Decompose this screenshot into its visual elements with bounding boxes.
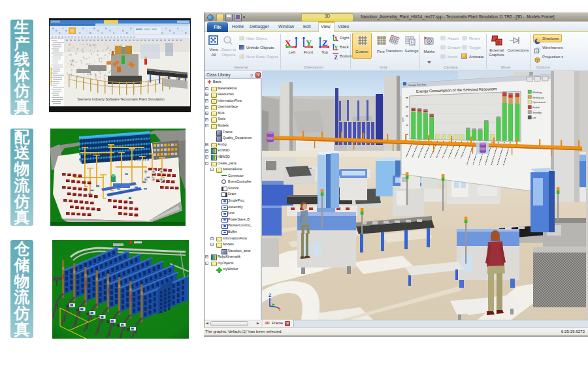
svg-text:Y: Y [335, 45, 338, 51]
svg-text:Siemens Industry Software Tecn: Siemens Industry Software Tecnomatix Pla… [77, 97, 165, 101]
svg-text:X: X [335, 36, 338, 42]
svg-text:Z: Z [269, 293, 272, 298]
svg-text:kWh: kWh [402, 117, 404, 122]
svg-text:Failed: Failed [532, 106, 539, 109]
svg-text:Operational: Operational [532, 101, 546, 104]
svg-text:Z: Z [322, 38, 328, 48]
svg-text:Gauge Pro Res: Gauge Pro Res [408, 83, 427, 87]
svg-text:X: X [285, 38, 291, 48]
svg-text:Z: Z [335, 55, 338, 61]
svg-text:Setting-up: Setting-up [532, 97, 544, 99]
svg-text:Standby: Standby [532, 112, 542, 114]
svg-text:Working: Working [532, 91, 542, 94]
